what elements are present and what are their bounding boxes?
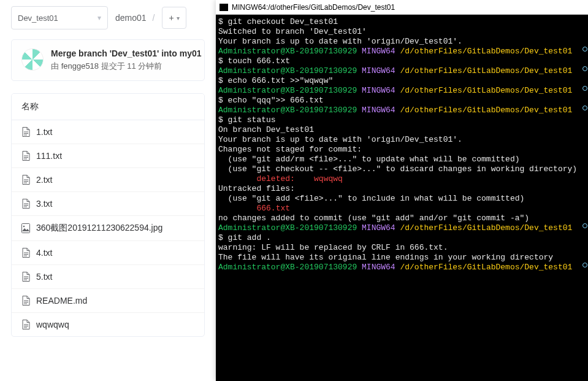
terminal-line: (use "git add <file>..." to include in w…: [218, 194, 586, 204]
file-name: 4.txt: [36, 248, 52, 258]
text-file-icon: [21, 199, 30, 209]
file-row[interactable]: 360截图20191211230622594.jpg: [12, 216, 204, 241]
terminal-line: $ echo 666.txt >>"wqwqw": [218, 76, 586, 86]
text-file-icon: [21, 320, 30, 329]
file-name: README.md: [36, 296, 87, 306]
commit-by-prefix: 由: [51, 61, 61, 71]
file-row[interactable]: 3.txt: [12, 192, 204, 216]
top-bar: Dev_test01 ▾ demo01 / + ▾: [11, 6, 205, 29]
status-badge-icon: [582, 47, 587, 52]
file-name: 5.txt: [36, 272, 52, 282]
avatar: [21, 48, 44, 71]
terminal-line: $ git add .: [218, 233, 586, 243]
text-file-icon: [21, 151, 30, 161]
terminal-line: $ touch 666.txt: [218, 56, 586, 66]
breadcrumb-separator: /: [153, 13, 155, 23]
file-name: 1.txt: [36, 127, 52, 137]
terminal-line: $ git status: [218, 115, 586, 125]
latest-commit-box[interactable]: Merge branch 'Dev_test01' into my01 由 fe…: [11, 39, 205, 81]
file-name: 2.txt: [36, 175, 52, 185]
branch-select[interactable]: Dev_test01 ▾: [11, 6, 108, 29]
file-row[interactable]: 2.txt: [12, 168, 204, 192]
terminal-line: The file will have its original line end…: [218, 253, 586, 263]
terminal-line: deleted: wqwqwq: [218, 174, 586, 184]
terminal-titlebar[interactable]: MINGW64:/d/otherFiles/GitLabDemos/Dev_te…: [216, 0, 588, 15]
file-name: 111.txt: [36, 151, 62, 161]
file-name: 360截图20191211230622594.jpg: [36, 223, 162, 234]
image-file-icon: [21, 223, 30, 233]
status-badge-icon: [582, 223, 587, 228]
terminal-line: Untracked files:: [218, 184, 586, 194]
terminal-title: MINGW64:/d/otherFiles/GitLabDemos/Dev_te…: [232, 3, 395, 12]
file-row[interactable]: 1.txt: [12, 120, 204, 144]
file-name: wqwqwq: [36, 320, 69, 329]
text-file-icon: [21, 127, 30, 137]
file-name: 3.txt: [36, 199, 52, 209]
text-file-icon: [21, 175, 30, 185]
text-file-icon: [21, 272, 30, 282]
terminal-line: $ git checkout Dev_test01: [218, 17, 586, 27]
status-badge-icon: [582, 263, 587, 267]
terminal-line: 666.txt: [218, 204, 586, 214]
commit-info: Merge branch 'Dev_test01' into my01 由 fe…: [51, 48, 202, 72]
file-row[interactable]: 4.txt: [12, 241, 204, 265]
commit-message: Merge branch 'Dev_test01' into my01: [51, 48, 202, 58]
file-row[interactable]: wqwqwq: [12, 313, 204, 336]
terminal-line: Administrator@XB-201907130929 MINGW64 /d…: [218, 47, 586, 56]
chevron-down-icon: ▾: [177, 15, 180, 21]
terminal-line: Administrator@XB-201907130929 MINGW64 /d…: [218, 263, 586, 272]
terminal-line: Your branch is up to date with 'origin/D…: [218, 37, 586, 47]
file-table: 名称 1.txt111.txt2.txt3.txt360截图2019121123…: [11, 93, 205, 337]
status-badge-icon: [582, 86, 587, 91]
add-button[interactable]: + ▾: [162, 7, 186, 29]
file-row[interactable]: README.md: [12, 289, 204, 313]
terminal-line: Administrator@XB-201907130929 MINGW64 /d…: [218, 86, 586, 96]
terminal-line: (use "git checkout -- <file>..." to disc…: [218, 164, 586, 174]
terminal-line: warning: LF will be replaced by CRLF in …: [218, 243, 586, 253]
svg-point-13: [23, 226, 25, 227]
commit-time: 提交于 11 分钟前: [99, 61, 162, 71]
terminal-line: $ echo "qqq">> 666.txt: [218, 96, 586, 106]
commit-meta: 由 fengge518 提交于 11 分钟前: [51, 61, 202, 72]
text-file-icon: [21, 248, 30, 258]
branch-select-label: Dev_test01: [18, 13, 58, 23]
terminal-line: (use "git add/rm <file>..." to update wh…: [218, 155, 586, 164]
status-badge-icon: [582, 106, 587, 110]
file-row[interactable]: 5.txt: [12, 265, 204, 289]
terminal-line: Administrator@XB-201907130929 MINGW64 /d…: [218, 66, 586, 76]
file-table-header: 名称: [12, 94, 204, 120]
terminal-icon: [220, 4, 228, 11]
terminal-line: Administrator@XB-201907130929 MINGW64 /d…: [218, 223, 586, 233]
file-row[interactable]: 111.txt: [12, 144, 204, 168]
terminal-line: no changes added to commit (use "git add…: [218, 214, 586, 223]
repo-browser-panel: Dev_test01 ▾ demo01 / + ▾ Merge branch '…: [0, 0, 216, 381]
terminal-line: On branch Dev_test01: [218, 125, 586, 135]
terminal-window: MINGW64:/d/otherFiles/GitLabDemos/Dev_te…: [216, 0, 588, 381]
terminal-body[interactable]: $ git checkout Dev_test01Switched to bra…: [216, 15, 588, 381]
plus-icon: +: [169, 13, 174, 23]
terminal-line: Administrator@XB-201907130929 MINGW64 /d…: [218, 106, 586, 115]
terminal-line: Your branch is up to date with 'origin/D…: [218, 135, 586, 145]
terminal-line: Changes not staged for commit:: [218, 145, 586, 155]
status-badge-icon: [582, 66, 587, 71]
terminal-line: Switched to branch 'Dev_test01': [218, 27, 586, 37]
breadcrumb-item[interactable]: demo01: [115, 13, 147, 23]
svg-rect-12: [22, 224, 30, 233]
breadcrumb: demo01 /: [115, 13, 155, 23]
chevron-down-icon: ▾: [97, 13, 101, 22]
text-file-icon: [21, 296, 30, 306]
commit-author[interactable]: fengge518: [61, 61, 99, 71]
